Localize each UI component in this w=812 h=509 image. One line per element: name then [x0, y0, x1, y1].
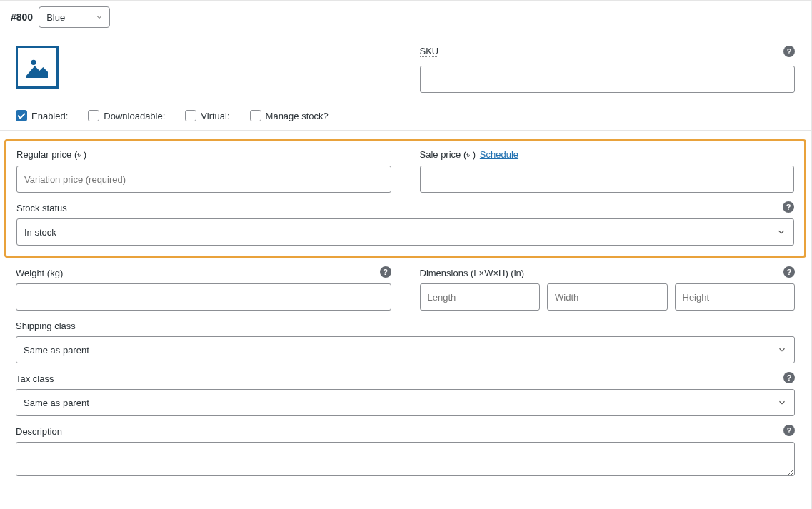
help-icon[interactable]: ? [783, 372, 795, 383]
help-icon[interactable]: ? [783, 266, 795, 278]
help-icon[interactable]: ? [783, 425, 795, 436]
virtual-label: Virtual: [201, 111, 229, 121]
highlighted-pricing-section: Regular price (৳ ) Sale price (৳ ) Sched… [4, 139, 806, 258]
manage-stock-checkbox-wrap[interactable]: Manage stock? [250, 110, 329, 121]
dimensions-label: Dimensions (L×W×H) (in) [420, 268, 525, 278]
tax-class-label: Tax class [16, 373, 54, 384]
manage-stock-label: Manage stock? [266, 111, 329, 121]
sku-input[interactable] [420, 66, 796, 93]
description-label: Description [16, 426, 62, 437]
svg-point-1 [31, 60, 36, 65]
variation-image-placeholder[interactable] [16, 46, 59, 89]
enabled-checkbox[interactable] [16, 110, 27, 121]
help-icon[interactable]: ? [783, 201, 794, 213]
checkbox-row: Enabled: Downloadable: Virtual: Manage s… [0, 103, 811, 131]
variation-header: #800 Blue [0, 0, 811, 34]
downloadable-checkbox[interactable] [88, 110, 99, 121]
regular-price-label: Regular price (৳ ) [16, 149, 86, 161]
description-textarea[interactable] [16, 442, 795, 476]
length-input[interactable] [420, 283, 541, 311]
help-icon[interactable]: ? [783, 46, 795, 57]
downloadable-label: Downloadable: [104, 111, 165, 121]
height-input[interactable] [675, 283, 796, 311]
stock-status-select[interactable]: In stock [16, 218, 794, 246]
schedule-link[interactable]: Schedule [480, 149, 518, 160]
manage-stock-checkbox[interactable] [250, 110, 261, 121]
enabled-checkbox-wrap[interactable]: Enabled: [16, 110, 68, 121]
downloadable-checkbox-wrap[interactable]: Downloadable: [88, 110, 165, 121]
variation-id: #800 [11, 11, 33, 23]
shipping-class-label: Shipping class [16, 321, 76, 331]
attribute-select[interactable]: Blue [39, 6, 110, 28]
width-input[interactable] [547, 283, 668, 311]
tax-class-select[interactable]: Same as parent [16, 389, 795, 416]
regular-price-input[interactable] [16, 166, 391, 193]
virtual-checkbox-wrap[interactable]: Virtual: [185, 110, 229, 121]
shipping-class-select[interactable]: Same as parent [16, 336, 795, 363]
help-icon[interactable]: ? [380, 266, 391, 278]
sku-label: SKU [420, 46, 439, 57]
weight-input[interactable] [16, 283, 391, 311]
virtual-checkbox[interactable] [185, 110, 196, 121]
enabled-label: Enabled: [31, 111, 68, 121]
weight-label: Weight (kg) [16, 268, 63, 278]
sale-price-label: Sale price (৳ ) [420, 149, 476, 160]
stock-status-label: Stock status [16, 203, 67, 213]
image-icon [23, 53, 51, 81]
sale-price-input[interactable] [420, 166, 795, 193]
